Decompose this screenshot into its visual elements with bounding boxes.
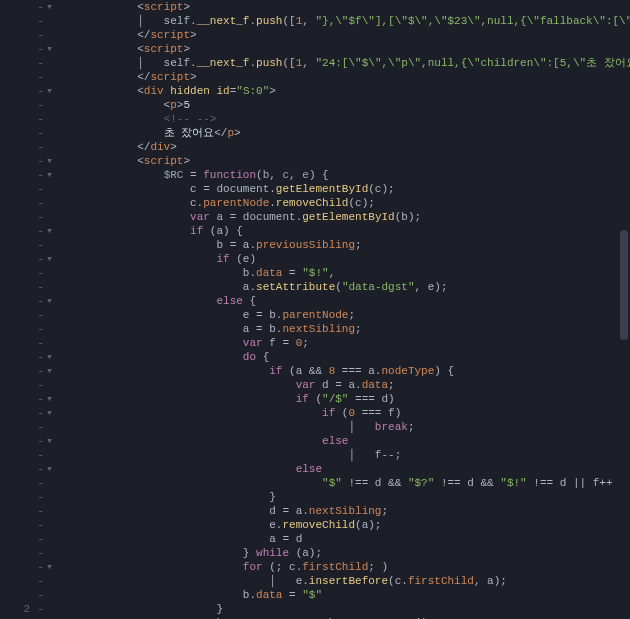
code-line[interactable]: <script> [58,42,630,56]
fold-row[interactable]: - [36,280,54,294]
fold-row[interactable]: - [36,448,54,462]
code-line[interactable]: var a = document.getElementById(b); [58,210,630,224]
fold-row[interactable]: - [36,210,54,224]
fold-row[interactable]: - [36,112,54,126]
code-line[interactable]: if (a) { [58,224,630,238]
fold-row[interactable]: - [36,182,54,196]
code-line[interactable]: </div> [58,140,630,154]
fold-row[interactable]: -▾ [36,294,54,308]
fold-row[interactable]: -▾ [36,560,54,574]
code-line[interactable]: a.setAttribute("data-dgst", e); [58,280,630,294]
fold-row[interactable]: - [36,588,54,602]
fold-caret-icon[interactable]: ▾ [45,350,54,364]
fold-row[interactable]: -▾ [36,224,54,238]
fold-row[interactable]: - [36,532,54,546]
fold-caret-icon[interactable]: ▾ [45,168,54,182]
fold-row[interactable]: - [36,70,54,84]
code-line[interactable]: } [58,602,630,616]
code-line[interactable]: if (a && 8 === a.nodeType) { [58,364,630,378]
fold-caret-icon[interactable]: ▾ [45,434,54,448]
fold-caret-icon[interactable]: ▾ [45,0,54,14]
code-line[interactable]: <p>5 [58,98,630,112]
fold-row[interactable]: - [36,28,54,42]
fold-row[interactable]: -▾ [36,252,54,266]
fold-row[interactable]: -▾ [36,364,54,378]
fold-row[interactable]: - [36,336,54,350]
code-line[interactable]: d = a.nextSibling; [58,504,630,518]
fold-caret-icon[interactable]: ▾ [45,252,54,266]
code-line[interactable]: <script> [58,0,630,14]
fold-row[interactable]: -▾ [36,434,54,448]
code-line[interactable]: │ break; [58,420,630,434]
fold-row[interactable]: - [36,56,54,70]
fold-caret-icon[interactable]: ▾ [45,406,54,420]
code-line[interactable]: "$" !== d && "$?" !== d && "$!" !== d ||… [58,476,630,490]
code-line[interactable]: if (0 === f) [58,406,630,420]
fold-row[interactable]: -▾ [36,462,54,476]
fold-caret-icon[interactable]: ▾ [45,224,54,238]
code-line[interactable]: if (e) [58,252,630,266]
fold-caret-icon[interactable]: ▾ [45,154,54,168]
fold-row[interactable]: - [36,14,54,28]
code-line[interactable]: else [58,434,630,448]
fold-row[interactable]: - [36,308,54,322]
code-line[interactable]: </script> [58,28,630,42]
code-line[interactable]: b = a.previousSibling; [58,238,630,252]
fold-row[interactable]: - [36,476,54,490]
code-line[interactable]: e.removeChild(a); [58,518,630,532]
fold-row[interactable]: -▾ [36,168,54,182]
code-line[interactable]: var d = a.data; [58,378,630,392]
fold-caret-icon[interactable]: ▾ [45,364,54,378]
code-line[interactable]: │ self.__next_f.push([1, "},\"$f\"],[\"$… [58,14,630,28]
fold-row[interactable]: -▾ [36,350,54,364]
fold-gutter[interactable]: -▾---▾---▾-----▾-▾----▾--▾---▾----▾-▾--▾… [36,0,54,619]
fold-row[interactable]: -▾ [36,42,54,56]
fold-row[interactable]: - [36,322,54,336]
fold-row[interactable]: - [36,266,54,280]
code-line[interactable]: var f = 0; [58,336,630,350]
fold-row[interactable]: - [36,378,54,392]
code-line[interactable]: </script> [58,70,630,84]
code-area[interactable]: <script> │ self.__next_f.push([1, "},\"$… [54,0,630,619]
code-line[interactable]: else [58,462,630,476]
fold-caret-icon[interactable]: ▾ [45,462,54,476]
code-line[interactable]: <!-- --> [58,112,630,126]
code-line[interactable]: if ("/$" === d) [58,392,630,406]
fold-row[interactable]: -▾ [36,84,54,98]
code-line[interactable]: │ self.__next_f.push([1, "24:[\"$\",\"p\… [58,56,630,70]
code-line[interactable]: b.data = "$" [58,588,630,602]
fold-caret-icon[interactable]: ▾ [45,392,54,406]
code-line[interactable]: │ f--; [58,448,630,462]
code-line[interactable]: else { [58,294,630,308]
fold-row[interactable]: - [36,140,54,154]
code-line[interactable]: 초 잤어요</p> [58,126,630,140]
code-line[interactable]: do { [58,350,630,364]
code-line[interactable]: <div hidden id="S:0"> [58,84,630,98]
fold-row[interactable]: -▾ [36,406,54,420]
code-line[interactable]: c.parentNode.removeChild(c); [58,196,630,210]
fold-row[interactable]: - [36,504,54,518]
fold-row[interactable]: - [36,420,54,434]
code-line[interactable]: } [58,490,630,504]
fold-row[interactable]: - [36,196,54,210]
code-line[interactable]: c = document.getElementById(c); [58,182,630,196]
code-line[interactable]: $RC = function(b, c, e) { [58,168,630,182]
code-line[interactable]: } while (a); [58,546,630,560]
code-line[interactable]: │ e.insertBefore(c.firstChild, a); [58,574,630,588]
fold-row[interactable]: - [36,574,54,588]
code-line[interactable]: <script> [58,154,630,168]
fold-row[interactable]: - [36,602,54,616]
fold-row[interactable]: -▾ [36,0,54,14]
fold-row[interactable]: - [36,238,54,252]
fold-caret-icon[interactable]: ▾ [45,560,54,574]
fold-caret-icon[interactable]: ▾ [45,84,54,98]
fold-caret-icon[interactable]: ▾ [45,42,54,56]
fold-row[interactable]: -▾ [36,154,54,168]
vertical-scrollbar-thumb[interactable] [620,230,628,340]
code-line[interactable]: a = d [58,532,630,546]
fold-row[interactable]: -▾ [36,392,54,406]
code-line[interactable]: a = b.nextSibling; [58,322,630,336]
fold-row[interactable]: - [36,518,54,532]
fold-row[interactable]: - [36,546,54,560]
fold-row[interactable]: - [36,126,54,140]
